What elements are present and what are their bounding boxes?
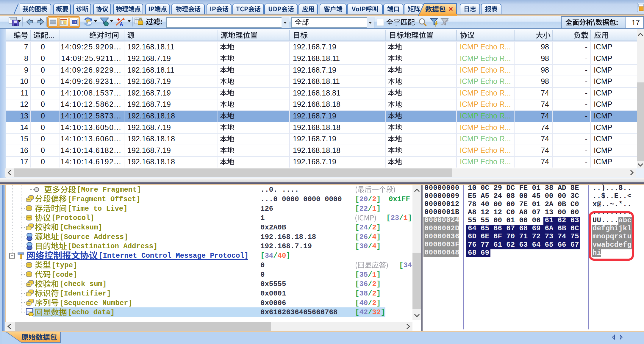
svg-text:01: 01 bbox=[73, 21, 76, 24]
svg-text:A: A bbox=[120, 22, 123, 26]
svg-text:+: + bbox=[117, 17, 120, 22]
